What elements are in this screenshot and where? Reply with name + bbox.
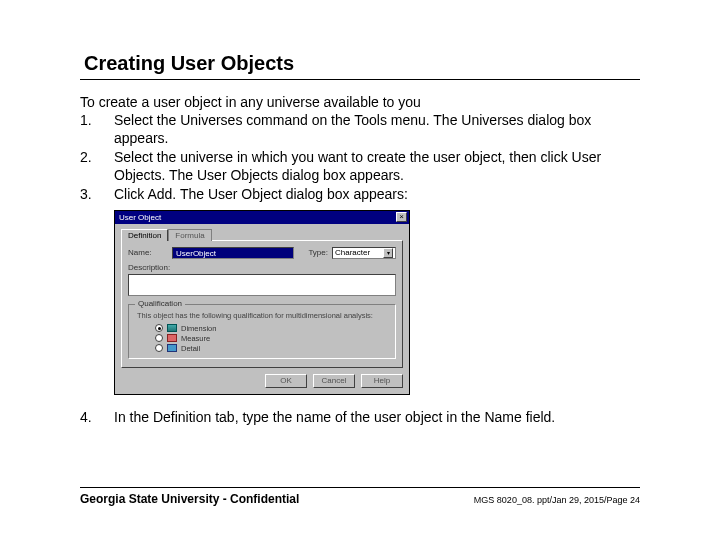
radio-measure[interactable]: Measure: [155, 334, 387, 343]
step-text: Click Add. The User Object dialog box ap…: [114, 186, 640, 204]
name-label: Name:: [128, 248, 168, 257]
user-object-dialog: User Object × Definition Formula Name: U…: [114, 210, 410, 395]
measure-icon: [167, 334, 177, 342]
dimension-icon: [167, 324, 177, 332]
radio-detail[interactable]: Detail: [155, 344, 387, 353]
detail-icon: [167, 344, 177, 352]
title-rule: [80, 79, 640, 80]
step-text: Select the universe in which you want to…: [114, 149, 640, 184]
step-number: 1.: [80, 112, 114, 147]
type-value: Character: [335, 247, 370, 258]
radio-label: Detail: [181, 344, 200, 353]
tab-definition[interactable]: Definition: [121, 229, 168, 241]
list-item: 1. Select the Universes command on the T…: [80, 112, 640, 147]
steps-list: 1. Select the Universes command on the T…: [80, 112, 640, 426]
dialog-button-row: OK Cancel Help: [121, 374, 403, 388]
intro-text: To create a user object in any universe …: [80, 94, 640, 110]
radio-icon: [155, 324, 163, 332]
radio-icon: [155, 344, 163, 352]
radio-icon: [155, 334, 163, 342]
list-item: 3. Click Add. The User Object dialog box…: [80, 186, 640, 204]
dialog-screenshot: User Object × Definition Formula Name: U…: [114, 210, 640, 395]
tab-formula[interactable]: Formula: [168, 229, 211, 241]
list-item: 4. In the Definition tab, type the name …: [80, 409, 640, 427]
step-text: In the Definition tab, type the name of …: [114, 409, 640, 427]
radio-dimension[interactable]: Dimension: [155, 324, 387, 333]
tab-strip: Definition Formula: [121, 228, 403, 240]
type-label: Type:: [308, 248, 328, 257]
description-label: Description:: [128, 263, 170, 272]
list-item: 2. Select the universe in which you want…: [80, 149, 640, 184]
group-note: This object has the following qualificat…: [137, 311, 387, 320]
step-number: 4.: [80, 409, 114, 427]
slide-footer: Georgia State University - Confidential …: [80, 487, 640, 506]
step-number: 2.: [80, 149, 114, 184]
radio-label: Measure: [181, 334, 210, 343]
footer-rule: [80, 487, 640, 488]
cancel-button[interactable]: Cancel: [313, 374, 355, 388]
footer-right: MGS 8020_08. ppt/Jan 29, 2015/Page 24: [474, 495, 640, 505]
help-button[interactable]: Help: [361, 374, 403, 388]
tab-panel: Name: UserObject Type: Character ▾ Descr…: [121, 240, 403, 368]
type-select[interactable]: Character ▾: [332, 247, 396, 259]
dialog-title: User Object: [119, 213, 161, 222]
ok-button[interactable]: OK: [265, 374, 307, 388]
group-title: Qualification: [135, 299, 185, 308]
chevron-down-icon[interactable]: ▾: [383, 248, 393, 258]
close-icon[interactable]: ×: [396, 212, 407, 222]
name-field[interactable]: UserObject: [172, 247, 294, 259]
step-number: 3.: [80, 186, 114, 204]
radio-label: Dimension: [181, 324, 216, 333]
qualification-group: Qualification This object has the follow…: [128, 304, 396, 359]
dialog-titlebar: User Object ×: [115, 211, 409, 224]
description-field[interactable]: [128, 274, 396, 296]
footer-left: Georgia State University - Confidential: [80, 492, 299, 506]
step-text: Select the Universes command on the Tool…: [114, 112, 640, 147]
page-title: Creating User Objects: [84, 52, 640, 75]
